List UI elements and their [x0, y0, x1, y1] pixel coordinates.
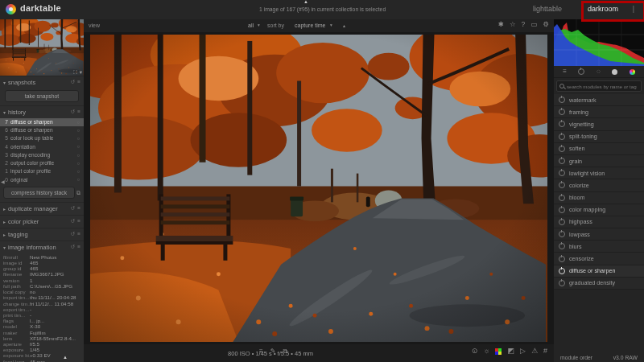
module-power-icon[interactable] [559, 243, 565, 249]
history-item[interactable]: 6diffuse or sharpen○ [0, 126, 84, 134]
history-toggle-icon[interactable]: ○ [77, 120, 80, 125]
preferences-icon[interactable]: ⚙ [543, 21, 549, 28]
reset-icon[interactable]: ↺ [71, 219, 75, 224]
gamut-check-icon[interactable]: ⚠ [531, 348, 538, 355]
darkroom-canvas[interactable] [84, 32, 554, 344]
module-item-highpass[interactable]: highpass [554, 216, 644, 228]
history-toggle-icon[interactable]: ○ [77, 177, 80, 183]
module-power-icon[interactable] [559, 195, 565, 201]
module-power-icon[interactable] [559, 97, 565, 103]
reset-icon[interactable]: ↺ [71, 206, 75, 212]
view-lighttable[interactable]: lighttable [533, 5, 562, 13]
image-information-header[interactable]: ▾ image information ↺ ≡ [0, 241, 84, 253]
module-item-color-mapping[interactable]: color mapping [554, 204, 644, 216]
filter-dropdown[interactable]: all [248, 23, 254, 28]
module-order-button[interactable]: module order [560, 355, 592, 360]
history-item[interactable]: 3display encoding○ [0, 151, 84, 159]
overexposed-icon[interactable]: ▷ [520, 348, 526, 355]
histogram[interactable] [554, 19, 644, 66]
module-power-icon[interactable] [559, 231, 565, 237]
color-assessment-icon[interactable] [495, 348, 502, 355]
history-item[interactable]: 7diffuse or sharpen○ [0, 118, 84, 126]
presets-icon[interactable]: ≡ [77, 206, 80, 212]
module-item-lowpass[interactable]: lowpass [554, 228, 644, 241]
presets-icon[interactable]: ≡ [77, 109, 80, 115]
module-power-icon[interactable] [559, 109, 565, 115]
module-item-censorize[interactable]: censorize [554, 253, 644, 265]
base-group-icon[interactable]: ◌ [597, 68, 601, 75]
reset-icon[interactable]: ↺ [71, 245, 75, 250]
module-power-icon[interactable] [559, 256, 565, 262]
module-item-graduated-density[interactable]: graduated density [554, 278, 644, 290]
tone-group-icon[interactable] [612, 69, 617, 75]
history-header[interactable]: ▾ history ↺ ≡ [0, 106, 84, 118]
take-snapshot-button[interactable]: take snapshot [5, 90, 79, 102]
module-item-soften[interactable]: soften [554, 143, 644, 155]
module-item-vignetting[interactable]: vignetting [554, 118, 644, 130]
help-icon[interactable]: ? [522, 21, 526, 28]
history-item[interactable]: 0original○ [0, 176, 84, 184]
filmstrip-expand-icon[interactable]: ▲ [63, 355, 68, 360]
module-item-split-toning[interactable]: split-toning [554, 131, 644, 143]
module-power-icon[interactable] [559, 146, 565, 152]
presets-icon[interactable]: ≡ [77, 219, 80, 224]
history-toggle-icon[interactable]: ○ [77, 128, 80, 134]
module-item-blurs[interactable]: blurs [554, 241, 644, 253]
module-item-diffuse-or-sharpen[interactable]: diffuse or sharpen [554, 265, 644, 278]
zoom-fit-icon[interactable]: ⛶ [73, 70, 77, 76]
color-group-icon[interactable] [630, 69, 635, 75]
navigation-panel[interactable]: ⛶▾ [0, 19, 84, 76]
module-search-input[interactable] [567, 84, 638, 89]
history-item[interactable]: 1input color profile○ [0, 167, 84, 175]
panel-collapse-top-icon[interactable]: ▲ [303, 0, 308, 4]
grouping-icon[interactable]: ✱ [498, 21, 504, 28]
section-header-tagging[interactable]: ▸tagging↺≡ [0, 228, 84, 241]
module-power-icon[interactable] [559, 268, 565, 274]
filter-caret-icon[interactable]: ▾ [258, 23, 260, 27]
module-power-icon[interactable] [559, 182, 565, 188]
module-power-icon[interactable] [559, 219, 565, 225]
sort-dropdown[interactable]: capture time [295, 23, 326, 28]
reset-icon[interactable]: ↺ [71, 80, 75, 85]
create-style-icon[interactable]: ⧉ [76, 190, 80, 195]
history-toggle-icon[interactable]: ○ [77, 144, 80, 150]
module-item-grain[interactable]: grain [554, 155, 644, 167]
reset-icon[interactable]: ↺ [71, 232, 75, 237]
module-power-icon[interactable] [559, 280, 565, 286]
module-item-bloom[interactable]: bloom [554, 192, 644, 204]
raw-overexposed-icon[interactable]: ◩ [507, 348, 514, 355]
module-power-icon[interactable] [559, 170, 565, 176]
module-item-framing[interactable]: framing [554, 106, 644, 118]
module-power-icon[interactable] [559, 207, 565, 213]
panel-collapse-left-icon[interactable]: ◀ [1, 179, 5, 184]
presets-icon[interactable]: ≡ [77, 232, 80, 237]
module-power-icon[interactable] [559, 121, 565, 127]
focus-peaking-icon[interactable]: ⊙ [472, 348, 478, 355]
history-toggle-icon[interactable]: ○ [77, 153, 80, 158]
presets-icon[interactable]: ≡ [77, 245, 80, 250]
edited-photo[interactable] [90, 35, 547, 342]
panel-layout-icon[interactable]: ▭ [530, 21, 537, 28]
zoom-dropdown-icon[interactable]: ▾ [80, 70, 82, 76]
history-toggle-icon[interactable]: ○ [77, 136, 80, 142]
history-toggle-icon[interactable]: ○ [77, 161, 80, 167]
iso12646-icon[interactable]: ☼ [483, 348, 489, 355]
overlays-icon[interactable]: ☆ [510, 21, 516, 28]
section-header-duplicate-manager[interactable]: ▸duplicate manager↺≡ [0, 203, 84, 215]
quick-access-icon[interactable]: ≡ [563, 68, 567, 75]
sort-direction-icon[interactable]: ▴ [343, 23, 345, 28]
presets-icon[interactable]: ≡ [77, 80, 80, 85]
sort-caret-icon[interactable]: ▾ [330, 23, 332, 27]
module-power-icon[interactable] [559, 134, 565, 140]
history-item[interactable]: 5color look up table○ [0, 134, 84, 142]
history-item[interactable]: 4orientation○ [0, 143, 84, 151]
section-header-color-picker[interactable]: ▸color picker↺≡ [0, 216, 84, 228]
snapshots-header[interactable]: ▾ snapshots ↺ ≡ [0, 76, 84, 88]
history-item[interactable]: 2output color profile○ [0, 159, 84, 167]
module-item-lowlight-vision[interactable]: lowlight vision [554, 167, 644, 179]
reset-icon[interactable]: ↺ [71, 109, 75, 115]
history-toggle-icon[interactable]: ○ [77, 169, 80, 175]
compress-history-button[interactable]: compress history stack [3, 187, 75, 199]
module-item-watermark[interactable]: watermark [554, 94, 644, 106]
module-item-colorize[interactable]: colorize [554, 179, 644, 191]
